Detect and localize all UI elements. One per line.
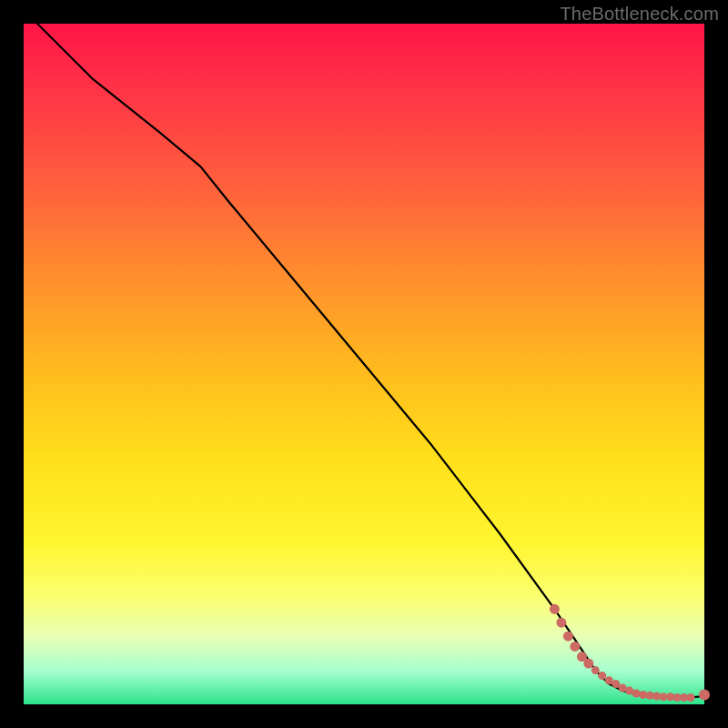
watermark-label: TheBottleneck.com	[560, 4, 719, 25]
chart-area	[24, 24, 704, 704]
sample-dot	[598, 672, 606, 680]
sample-dot	[550, 604, 560, 614]
sample-dot	[699, 690, 710, 701]
sample-dot	[687, 693, 695, 702]
sample-dot	[583, 659, 593, 669]
sample-dot	[556, 618, 566, 628]
bottleneck-curve	[37, 24, 704, 698]
sample-dots-group	[550, 604, 710, 702]
sample-dot	[570, 642, 580, 652]
sample-dot	[563, 632, 573, 642]
chart-svg	[24, 24, 704, 704]
sample-dot	[632, 690, 641, 698]
sample-dot	[592, 666, 600, 674]
